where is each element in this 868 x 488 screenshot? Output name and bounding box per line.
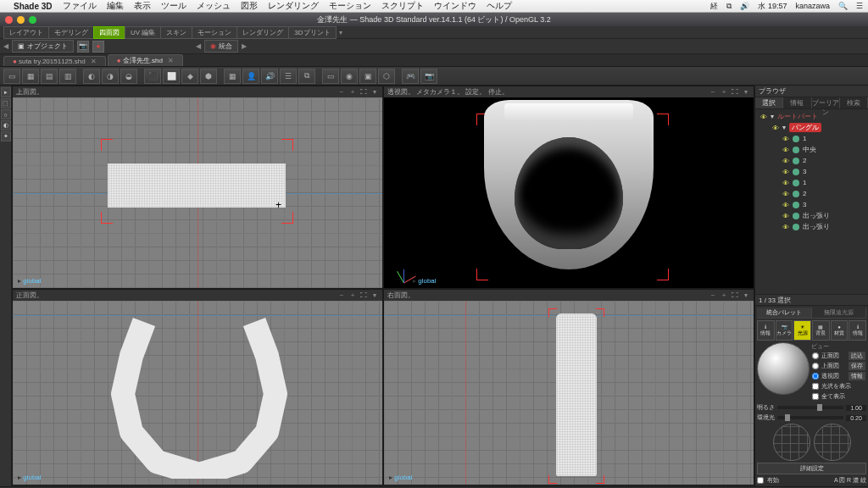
vp-menu-icon[interactable]: ▾ (742, 291, 750, 300)
tool-icon[interactable]: 🔊 (261, 69, 278, 84)
close-icon[interactable]: ✕ (91, 58, 97, 65)
mat-bg-icon[interactable]: ▦背景 (812, 320, 830, 341)
tree-item[interactable]: 👁3 (757, 166, 866, 177)
tool-icon[interactable]: ▭ (3, 69, 20, 84)
menu-help[interactable]: ヘルプ (487, 0, 512, 12)
tool-icon[interactable]: ▣ (359, 69, 376, 84)
menu-tool[interactable]: ツール (161, 0, 186, 12)
menu-icon[interactable]: ☰ (856, 2, 863, 10)
tool-icon[interactable]: ⬚ (1, 98, 11, 108)
tree-item[interactable]: 👁1 (757, 177, 866, 188)
merge-button[interactable]: ◉統合 (204, 40, 238, 53)
mat-info-icon[interactable]: ℹ情報 (757, 320, 775, 341)
effective-checkbox[interactable] (757, 477, 764, 484)
tool-icon[interactable]: ⬜ (163, 69, 180, 84)
dropdown-arrow-icon[interactable]: ▾ (339, 29, 342, 36)
tab-select[interactable]: 選択 (755, 97, 783, 108)
brightness-slider[interactable]: 明るさ1.00 (757, 403, 866, 412)
tree-item[interactable]: 👁中央 (757, 144, 866, 155)
tab-uv[interactable]: UV 編集 (125, 26, 161, 39)
tab-boolean[interactable]: ブーリアン (812, 97, 840, 108)
menu-file[interactable]: ファイル (63, 0, 97, 12)
vp-plus-icon[interactable]: + (720, 88, 728, 97)
vp-plus-icon[interactable]: + (348, 291, 357, 300)
tree-item[interactable]: 👁2 (757, 155, 866, 166)
record-icon[interactable]: ● (92, 41, 104, 53)
minimize-button[interactable] (17, 16, 25, 24)
back-icon[interactable]: ◀ (3, 42, 8, 50)
tab-info[interactable]: 情報 (783, 97, 811, 108)
tool-icon[interactable]: 👤 (242, 69, 259, 84)
viewport-front[interactable]: 正面図。 −+⛶▾ global (12, 289, 383, 485)
menu-mesh[interactable]: メッシュ (197, 0, 231, 12)
vp-minus-icon[interactable]: − (337, 88, 346, 97)
zoom-button[interactable] (29, 16, 36, 24)
tab-motion[interactable]: モーション (192, 26, 237, 39)
tool-icon[interactable]: ▦ (22, 69, 39, 84)
tool-icon[interactable]: ☰ (280, 69, 297, 84)
tab-3dprint[interactable]: 3Dプリント (288, 26, 336, 39)
tool-icon[interactable]: ◐ (1, 120, 11, 130)
tool-icon[interactable]: ⧉ (298, 69, 315, 84)
mat-light-icon[interactable]: ☀光源 (793, 320, 811, 341)
user-name[interactable]: kanazawa (795, 2, 830, 10)
vp-minus-icon[interactable]: − (337, 291, 346, 300)
fwd-icon[interactable]: ▶ (242, 42, 247, 50)
vp-menu-icon[interactable]: ▾ (742, 88, 750, 97)
menu-edit[interactable]: 編集 (107, 0, 124, 12)
viewport-top[interactable]: 上面図。 −+⛶▾ + global (12, 86, 383, 289)
tool-icon[interactable]: ◑ (102, 69, 119, 84)
view-opt[interactable]: 正面図読込 (811, 351, 866, 361)
menu-view[interactable]: 表示 (134, 0, 151, 12)
menu-motion[interactable]: モーション (329, 0, 371, 12)
tool-icon[interactable]: ◆ (181, 69, 198, 84)
tree-item[interactable]: 👁3 (757, 199, 866, 210)
menu-script[interactable]: スクリプト (381, 0, 424, 12)
vp-fit-icon[interactable]: ⛶ (731, 291, 739, 300)
menu-window[interactable]: ウインドウ (434, 0, 476, 12)
spotlight-icon[interactable]: 🔍 (838, 2, 848, 10)
file-tab-1[interactable]: suta try.20151125.shd✕ (3, 56, 106, 66)
angle-globe[interactable] (773, 424, 810, 461)
viewport-title[interactable]: 右面図。 (387, 291, 415, 300)
camera-icon[interactable]: 📷 (77, 41, 89, 53)
angle-globe[interactable] (814, 424, 851, 461)
tool-icon[interactable]: ▦ (224, 69, 241, 84)
app-name[interactable]: Shade 3D (14, 2, 53, 11)
tool-icon[interactable]: ▤ (41, 69, 58, 84)
tool-icon[interactable]: ⬡ (378, 69, 395, 84)
tab-layout[interactable]: レイアウト (3, 26, 49, 39)
tab-render[interactable]: レンダリング (236, 26, 289, 39)
tree-item[interactable]: 👁2 (757, 188, 866, 199)
view-opt[interactable]: 透視図情報 (811, 371, 866, 381)
tab-modeling[interactable]: モデリング (48, 26, 94, 39)
wifi-icon[interactable]: ⧉ (726, 2, 732, 11)
tool-icon[interactable]: ⬢ (200, 69, 217, 84)
tool-icon[interactable]: ◐ (83, 69, 100, 84)
tab-infinite-light[interactable]: 無限遠光源 (812, 308, 867, 318)
tool-icon[interactable]: 🎮 (402, 69, 419, 84)
close-icon[interactable]: ✕ (168, 57, 174, 64)
vp-menu-icon[interactable]: ▾ (370, 88, 379, 97)
tool-icon[interactable]: 📷 (420, 69, 437, 84)
tree-root[interactable]: 👁▾ルートパート (757, 111, 866, 122)
tab-skin[interactable]: スキン (160, 26, 192, 39)
viewport-title[interactable]: 上面図。 (16, 87, 43, 97)
vp-minus-icon[interactable]: − (709, 88, 717, 97)
volume-icon[interactable]: 🔊 (740, 2, 749, 10)
tab-palette[interactable]: 統合パレット (757, 308, 812, 318)
viewport-right[interactable]: 右面図。 −+⛶▾ global (383, 289, 754, 485)
tool-icon[interactable]: ✦ (1, 131, 11, 141)
tree-item[interactable]: 👁1 (757, 133, 866, 144)
vp-plus-icon[interactable]: + (720, 291, 728, 300)
tab-search[interactable]: 検索 (840, 97, 868, 108)
viewport-title[interactable]: 正面図。 (16, 291, 43, 300)
viewport-perspective[interactable]: 透視図。 メタカメラ１。 設定。 停止。 −+⛶▾ global (383, 86, 754, 289)
clock[interactable]: 水 19:57 (758, 1, 787, 12)
tree-item-selected[interactable]: 👁▾バングル (757, 122, 866, 133)
tool-icon[interactable]: ▸ (1, 87, 11, 97)
detail-settings-button[interactable]: 詳細設定 (757, 463, 866, 474)
viewport-title[interactable]: 透視図。 メタカメラ１。 設定。 停止。 (387, 87, 509, 97)
tree-item[interactable]: 👁出っ張り (757, 210, 866, 221)
tool-icon[interactable]: ▥ (59, 69, 76, 84)
